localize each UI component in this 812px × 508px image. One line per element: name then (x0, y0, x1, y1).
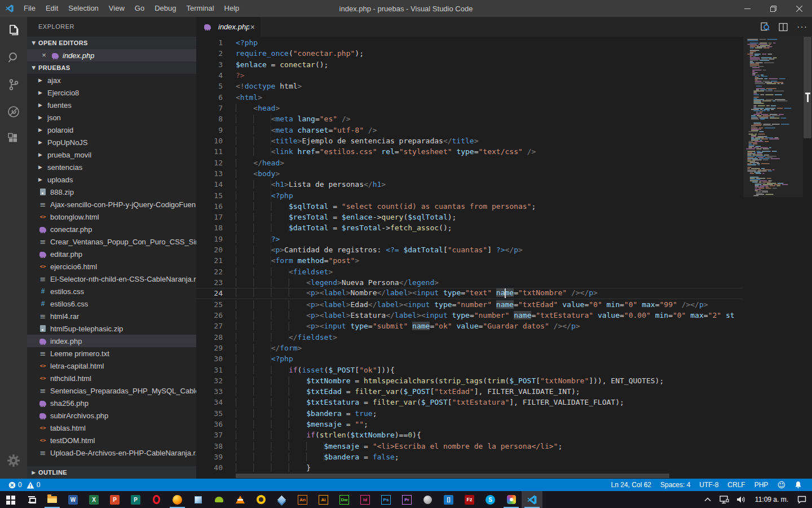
code-line-21[interactable]: 21 <form method="post"> (196, 255, 743, 266)
file-item-tablas.html[interactable]: tablas.html (27, 422, 196, 434)
code-line-7[interactable]: 7 <head> (196, 103, 743, 113)
status-spaces-4[interactable]: Spaces: 4 (656, 479, 695, 491)
line-number[interactable]: 6 (196, 93, 223, 102)
tab-index-php[interactable]: index.php × (196, 17, 261, 37)
file-item-sha256.php[interactable]: sha256.php (27, 397, 196, 409)
code-line-11[interactable]: 11 <link href="estilos.css" rel="stylesh… (196, 146, 743, 157)
taskbar-skype-icon[interactable]: S (480, 491, 501, 508)
code-editor[interactable]: 1<?php2require_once("conectar.php");3$en… (196, 37, 812, 479)
line-number[interactable]: 12 (196, 159, 223, 167)
code-line-29[interactable]: 29 </form> (196, 343, 743, 353)
code-line-38[interactable]: 38 $mensaje = "<li>Escriba el nombre de … (196, 441, 743, 452)
taskbar-start-icon[interactable] (0, 491, 21, 508)
file-item-html5up-telephasic.zip[interactable]: html5up-telephasic.zip (27, 322, 196, 335)
code-line-16[interactable]: 16 $sqlTotal = "select count(id) as cuan… (196, 201, 743, 212)
file-item-index.php[interactable]: index.php (27, 335, 196, 347)
menu-view[interactable]: View (104, 0, 130, 17)
problems-indicator[interactable]: 0 0 (6, 479, 43, 491)
line-number[interactable]: 18 (196, 224, 223, 232)
code-line-3[interactable]: 3$enlace = conectar(); (196, 59, 743, 70)
line-number[interactable]: 5 (196, 82, 223, 90)
code-line-10[interactable]: 10 <title>Ejemplo de sentencias preparad… (196, 135, 743, 146)
code-line-35[interactable]: 35 $bandera = true; (196, 408, 743, 419)
folder-item-json[interactable]: ▶json (27, 111, 196, 124)
taskbar-publisher-icon[interactable]: P (125, 491, 146, 508)
file-item-editar.php[interactable]: editar.php (27, 248, 196, 260)
code-line-4[interactable]: 4?> (196, 70, 743, 81)
action-center-icon[interactable] (795, 491, 809, 508)
file-item-conectar.php[interactable]: conectar.php (27, 223, 196, 235)
line-number[interactable]: 32 (196, 376, 223, 385)
menu-selection[interactable]: Selection (63, 0, 103, 17)
code-line-18[interactable]: 18 $datTotal = $resTotal->fetch_assoc(); (196, 222, 743, 233)
line-number[interactable]: 37 (196, 431, 223, 439)
code-line-37[interactable]: 37 if(strlen($txtNombre)==0){ (196, 430, 743, 440)
taskbar-android-icon[interactable] (209, 491, 230, 508)
folder-item-fuentes[interactable]: ▶fuentes (27, 99, 196, 111)
scrollbar-thumb[interactable] (236, 474, 669, 478)
code-line-2[interactable]: 2require_once("conectar.php"); (196, 48, 743, 59)
close-button[interactable] (786, 0, 812, 17)
minimize-button[interactable] (734, 0, 760, 17)
line-number[interactable]: 23 (196, 278, 223, 287)
horizontal-scrollbar[interactable] (196, 473, 743, 479)
taskbar-adobe-illustrator-icon[interactable]: Ai (313, 491, 334, 508)
tray-chevron-up-icon[interactable] (701, 491, 714, 508)
code-line-25[interactable]: 25 <p><label>Edad</label><input type="nu… (196, 299, 743, 310)
taskbar-cube-icon[interactable] (188, 491, 209, 508)
open-preview-icon[interactable] (760, 22, 770, 32)
code-line-20[interactable]: 20 <p>Cantidad de registros: <?= $datTot… (196, 244, 743, 255)
line-number[interactable]: 14 (196, 180, 223, 189)
line-number[interactable]: 27 (196, 322, 223, 330)
file-item-testDOM.html[interactable]: testDOM.html (27, 434, 196, 446)
menu-terminal[interactable]: Terminal (181, 0, 219, 17)
more-actions-icon[interactable]: ··· (797, 22, 807, 32)
code-line-27[interactable]: 27 <p><input type="submit" name="ok" val… (196, 321, 743, 331)
line-number[interactable]: 35 (196, 409, 223, 418)
code-line-26[interactable]: 26 <p><label>Estatura</label><input type… (196, 310, 743, 321)
source-control-icon[interactable] (0, 71, 27, 98)
feedback-smiley-icon[interactable]: ☺ (773, 479, 790, 491)
code-line-14[interactable]: 14 <h1>Lista de personas</h1> (196, 179, 743, 190)
line-number[interactable]: 34 (196, 398, 223, 406)
menu-debug[interactable]: Debug (149, 0, 181, 17)
code-line-30[interactable]: 30 <?php (196, 353, 743, 364)
file-item-ejercicio6.html[interactable]: ejercicio6.html (27, 260, 196, 273)
line-number[interactable]: 31 (196, 366, 223, 374)
code-line-1[interactable]: 1<?php (196, 37, 743, 48)
project-folder-header[interactable]: ▼PRUEBAS (27, 62, 196, 74)
code-line-23[interactable]: 23 <legend>Nueva Persona</legend> (196, 277, 743, 288)
taskbar-adobe-photoshop-icon[interactable]: Ps (376, 491, 396, 508)
file-item-Crear_Ventanas_Popup_Con_Puro_CSS_Sin_J...[interactable]: Crear_Ventanas_Popup_Con_Puro_CSS_Sin_J.… (27, 235, 196, 248)
debug-icon[interactable] (0, 98, 27, 125)
file-item-botonglow.html[interactable]: botonglow.html (27, 211, 196, 223)
code-line-39[interactable]: 39 $bandera = false; (196, 452, 743, 462)
line-number[interactable]: 25 (196, 300, 223, 309)
code-line-34[interactable]: 34 $txtEstatura = filter_var($_POST["txt… (196, 397, 743, 408)
line-number[interactable]: 21 (196, 256, 223, 265)
code-line-28[interactable]: 28 </fieldset> (196, 331, 743, 342)
line-number[interactable]: 30 (196, 354, 223, 363)
taskbar-adobe-dreamweaver-icon[interactable]: Dw (334, 491, 355, 508)
line-number[interactable]: 15 (196, 191, 223, 200)
file-item-Sentencias_Preparadas_PHP_MySQL_CableN...[interactable]: Sentencias_Preparadas_PHP_MySQL_CableN..… (27, 384, 196, 397)
code-line-6[interactable]: 6<html> (196, 92, 743, 103)
code-line-8[interactable]: 8 <meta lang="es" /> (196, 113, 743, 124)
line-number[interactable]: 20 (196, 246, 223, 254)
line-number[interactable]: 4 (196, 71, 223, 80)
code-line-17[interactable]: 17 $resTotal = $enlace->query($sqlTotal)… (196, 212, 743, 222)
outline-header[interactable]: ▶OUTLINE (27, 466, 196, 479)
vertical-scrollbar[interactable] (803, 37, 812, 473)
file-item-subirArchivos.php[interactable]: subirArchivos.php (27, 409, 196, 422)
line-number[interactable]: 38 (196, 442, 223, 450)
tab-close-icon[interactable]: × (249, 23, 256, 32)
status-ln-24-col-62[interactable]: Ln 24, Col 62 (607, 479, 656, 491)
code-line-13[interactable]: 13 <body> (196, 168, 743, 179)
line-number[interactable]: 9 (196, 126, 223, 134)
folder-item-Ejercicio8[interactable]: ▶Ejercicio8 (27, 86, 196, 99)
file-item-888.zip[interactable]: 888.zip (27, 186, 196, 198)
menu-help[interactable]: Help (219, 0, 245, 17)
file-item-Leeme primero.txt[interactable]: Leeme primero.txt (27, 347, 196, 360)
code-line-19[interactable]: 19 ?> (196, 234, 743, 244)
taskbar-paint3d-icon[interactable] (501, 491, 522, 508)
